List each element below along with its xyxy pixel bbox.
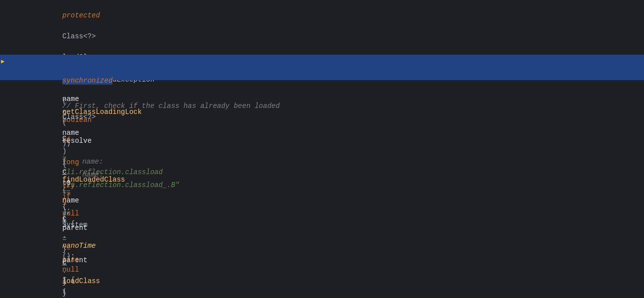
code-editor: protected Class<?> loadClass ( String na… bbox=[0, 0, 644, 298]
code-line-close-brace: } bbox=[0, 256, 644, 267]
code-line-if-null: if ( c == null ) { bbox=[0, 114, 644, 136]
code-line-catch: } catch ( ClassNotFoundException e ) { bbox=[0, 267, 644, 287]
execution-arrow: ▶ bbox=[1, 57, 4, 66]
code-line-throws: throws ClassNotFoundException bbox=[0, 33, 644, 44]
code-line-open-brace: { bbox=[0, 44, 644, 55]
var-c3: c bbox=[62, 214, 66, 222]
indent bbox=[62, 248, 146, 256]
code-line-nanotime: long t0 = System . nanoTime (); bbox=[0, 136, 644, 160]
code-line-try: try { bbox=[0, 160, 644, 171]
code-line-comment1: // First, check if the class has already… bbox=[0, 80, 644, 91]
space bbox=[62, 22, 66, 30]
indent bbox=[62, 66, 79, 74]
indent bbox=[62, 126, 96, 134]
indent bbox=[62, 102, 96, 110]
line-content-comment2: // ClassNotFoundException thrown if clas… bbox=[25, 287, 644, 298]
code-content: protected Class<?> loadClass ( String na… bbox=[0, 0, 644, 298]
code-line-parent-load: c = parent . loadClass ( name , resolve:… bbox=[0, 193, 644, 223]
indent bbox=[62, 279, 112, 287]
code-line-synchronized: ▶ synchronized ( getClassLoadingLock ( n… bbox=[0, 55, 644, 80]
code-line: protected Class<?> loadClass ( String na… bbox=[0, 0, 644, 33]
keyword-protected: protected bbox=[62, 11, 100, 19]
code-line-comment2: // ClassNotFoundException thrown if clas… bbox=[0, 287, 644, 298]
code-line-bootstrap: c = findBootstrapClassOrNull ( name ); bbox=[0, 236, 644, 256]
indent bbox=[62, 182, 129, 190]
code-line-findloaded: Class<?> c = findLoadedClass ( name ); bbox=[0, 91, 644, 114]
code-line-if-parent: if ( parent != null ) { bbox=[0, 171, 644, 193]
code-line-else: } else { bbox=[0, 223, 644, 236]
indent bbox=[62, 204, 146, 212]
indent bbox=[62, 148, 112, 156]
